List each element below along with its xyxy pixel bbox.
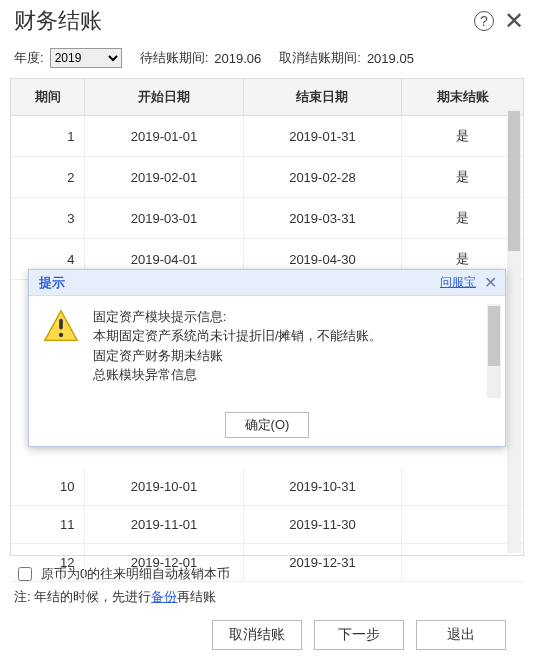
cell-end: 2019-03-31 bbox=[243, 198, 401, 239]
table-row[interactable]: 102019-10-012019-10-31 bbox=[11, 468, 523, 506]
table-row[interactable]: 22019-02-012019-02-28是 bbox=[11, 157, 523, 198]
cell-closed: 是 bbox=[402, 198, 523, 239]
table-row[interactable]: 32019-03-012019-03-31是 bbox=[11, 198, 523, 239]
warning-icon bbox=[43, 308, 79, 344]
cancel-close-button[interactable]: 取消结账 bbox=[212, 620, 302, 650]
th-start: 开始日期 bbox=[85, 79, 243, 116]
cell-closed: 是 bbox=[402, 116, 523, 157]
dialog-title: 提示 bbox=[39, 274, 65, 292]
svg-point-2 bbox=[59, 333, 63, 337]
cancel-period-label: 取消结账期间: bbox=[279, 49, 361, 67]
dialog-scrollbar-thumb[interactable] bbox=[488, 306, 500, 366]
cell-period: 11 bbox=[11, 506, 85, 544]
th-period: 期间 bbox=[11, 79, 85, 116]
cell-period: 3 bbox=[11, 198, 85, 239]
cell-end: 2019-01-31 bbox=[243, 116, 401, 157]
cell-end: 2019-12-31 bbox=[243, 544, 401, 582]
cell-closed bbox=[402, 506, 523, 544]
cell-start: 2019-12-01 bbox=[85, 544, 243, 582]
header: 财务结账 ? ✕ bbox=[0, 0, 534, 40]
dialog-ok-button[interactable]: 确定(O) bbox=[225, 412, 309, 438]
cell-start: 2019-01-01 bbox=[85, 116, 243, 157]
table-scrollbar-thumb[interactable] bbox=[508, 111, 520, 251]
close-icon[interactable]: ✕ bbox=[504, 9, 524, 33]
cell-start: 2019-03-01 bbox=[85, 198, 243, 239]
table-scrollbar[interactable] bbox=[507, 109, 521, 553]
cell-end: 2019-02-28 bbox=[243, 157, 401, 198]
cell-start: 2019-11-01 bbox=[85, 506, 243, 544]
cell-end: 2019-11-30 bbox=[243, 506, 401, 544]
cell-closed bbox=[402, 468, 523, 506]
page-title: 财务结账 bbox=[14, 6, 102, 36]
table-row[interactable]: 122019-12-012019-12-31 bbox=[11, 544, 523, 582]
cell-closed bbox=[402, 544, 523, 582]
dialog-scrollbar[interactable] bbox=[487, 304, 501, 398]
pending-value: 2019.06 bbox=[214, 51, 261, 66]
help-icon[interactable]: ? bbox=[474, 11, 494, 31]
pending-label: 待结账期间: bbox=[140, 49, 209, 67]
dialog-close-icon[interactable]: ✕ bbox=[484, 273, 497, 292]
table-row[interactable]: 12019-01-012019-01-31是 bbox=[11, 116, 523, 157]
filter-bar: 年度: 2019 待结账期间: 2019.06 取消结账期间: 2019.05 bbox=[0, 40, 534, 78]
year-select[interactable]: 2019 bbox=[50, 48, 122, 68]
svg-rect-1 bbox=[59, 319, 63, 330]
th-end: 结束日期 bbox=[243, 79, 401, 116]
cell-start: 2019-10-01 bbox=[85, 468, 243, 506]
cell-end: 2019-10-31 bbox=[243, 468, 401, 506]
exit-button[interactable]: 退出 bbox=[416, 620, 506, 650]
backup-link[interactable]: 备份 bbox=[151, 589, 177, 604]
year-label: 年度: bbox=[14, 49, 44, 67]
cancel-period-value: 2019.05 bbox=[367, 51, 414, 66]
table-row[interactable]: 112019-11-012019-11-30 bbox=[11, 506, 523, 544]
dialog-message: 固定资产模块提示信息: 本期固定资产系统尚未计提折旧/摊销，不能结账。 固定资产… bbox=[93, 308, 495, 406]
cell-period: 10 bbox=[11, 468, 85, 506]
cell-closed: 是 bbox=[402, 157, 523, 198]
next-button[interactable]: 下一步 bbox=[314, 620, 404, 650]
info-dialog: 提示 问服宝 ✕ 固定资产模块提示信息: 本期固定资产系统尚未计提折旧/摊销，不… bbox=[28, 269, 506, 447]
note-text: 注: 年结的时候，先进行备份再结账 bbox=[14, 588, 520, 606]
cell-period: 12 bbox=[11, 544, 85, 582]
ask-service-link[interactable]: 问服宝 bbox=[440, 274, 476, 291]
cell-period: 1 bbox=[11, 116, 85, 157]
th-closed: 期末结账 bbox=[402, 79, 523, 116]
cell-start: 2019-02-01 bbox=[85, 157, 243, 198]
cell-period: 2 bbox=[11, 157, 85, 198]
